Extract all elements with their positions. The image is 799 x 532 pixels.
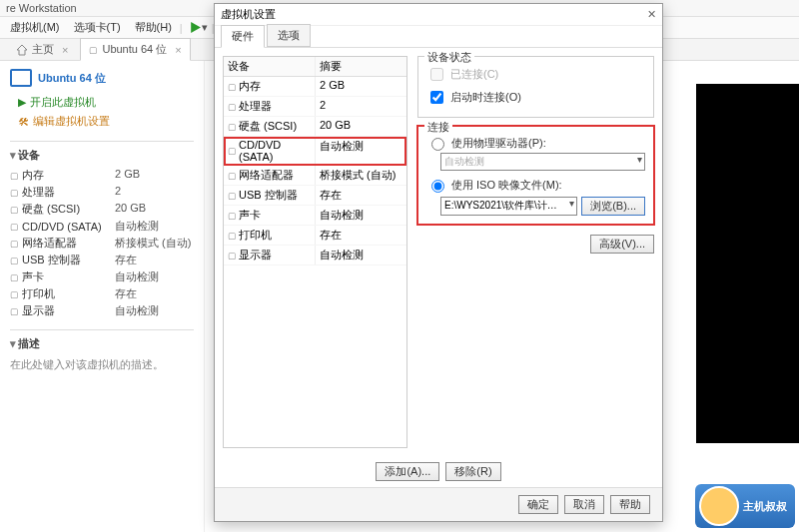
watermark-badge: 主机叔叔: [695, 484, 795, 528]
device-name: 声卡: [22, 269, 44, 284]
device-row[interactable]: ▢硬盘 (SCSI)20 GB: [10, 201, 194, 218]
hw-name: USB 控制器: [239, 188, 298, 203]
device-icon: ▢: [228, 191, 237, 201]
help-button[interactable]: 帮助: [610, 495, 650, 514]
vm-settings-dialog: 虚拟机设置 ✕ 硬件 选项 设备 摘要 ▢内存2 GB▢处理器2▢硬盘 (SCS…: [214, 3, 663, 522]
close-icon[interactable]: ×: [62, 44, 68, 56]
device-name: 显示器: [22, 303, 55, 318]
edit-settings-label: 编辑虚拟机设置: [33, 114, 110, 129]
dialog-tab-options[interactable]: 选项: [267, 24, 311, 47]
hardware-row[interactable]: ▢内存2 GB: [224, 77, 406, 97]
power-on-icon[interactable]: ▾: [189, 21, 208, 34]
device-name: 网络适配器: [22, 236, 77, 251]
iso-path-combo[interactable]: E:\WYS2021\软件库\计算机\L: [440, 197, 577, 216]
tab-ubuntu-label: Ubuntu 64 位: [102, 42, 167, 57]
device-icon: ▢: [10, 222, 19, 232]
dialog-tab-hardware[interactable]: 硬件: [221, 25, 265, 48]
device-summary: 2: [115, 185, 121, 200]
device-row[interactable]: ▢USB 控制器存在: [10, 252, 194, 268]
device-icon: ▢: [228, 171, 237, 181]
hardware-row[interactable]: ▢打印机存在: [224, 226, 406, 246]
hardware-row[interactable]: ▢CD/DVD (SATA)自动检测: [224, 137, 406, 166]
collapse-icon: ▾: [10, 149, 16, 162]
device-row[interactable]: ▢网络适配器桥接模式 (自动): [10, 235, 194, 252]
wrench-icon: 🛠: [18, 116, 29, 128]
devices-header[interactable]: ▾ 设备: [10, 148, 194, 163]
device-row[interactable]: ▢声卡自动检测: [10, 268, 194, 285]
connection-group: 连接 使用物理驱动器(P): 自动检测 使用 ISO 映像文件(M): E:\W…: [417, 126, 654, 225]
hw-name: 内存: [239, 79, 261, 94]
group-label: 设备状态: [424, 50, 474, 65]
tab-home[interactable]: 主页 ×: [8, 39, 76, 60]
hw-name: 显示器: [239, 248, 272, 263]
hardware-row[interactable]: ▢显示器自动检测: [224, 246, 406, 266]
menu-vm[interactable]: 虚拟机(M): [4, 18, 66, 37]
device-row[interactable]: ▢处理器2: [10, 184, 194, 201]
hw-header-summary: 摘要: [316, 57, 406, 76]
device-icon: ▢: [10, 289, 19, 299]
hw-summary: 存在: [316, 226, 406, 245]
hardware-list: 设备 摘要 ▢内存2 GB▢处理器2▢硬盘 (SCSI)20 GB▢CD/DVD…: [223, 56, 407, 448]
device-row[interactable]: ▢CD/DVD (SATA)自动检测: [10, 218, 194, 235]
description-header[interactable]: ▾ 描述: [10, 336, 194, 351]
device-icon: ▢: [10, 171, 19, 181]
svg-marker-0: [191, 22, 201, 33]
device-summary: 自动检测: [115, 219, 159, 234]
device-icon: ▢: [10, 272, 19, 282]
remove-hardware-button[interactable]: 移除(R): [445, 462, 500, 481]
device-row[interactable]: ▢内存2 GB: [10, 167, 194, 184]
add-hardware-button[interactable]: 添加(A)...: [376, 462, 439, 481]
hw-summary: 自动检测: [316, 137, 406, 165]
device-row[interactable]: ▢打印机存在: [10, 285, 194, 302]
device-summary: 自动检测: [115, 303, 159, 318]
vm-title: Ubuntu 64 位: [10, 69, 194, 87]
hardware-row[interactable]: ▢声卡自动检测: [224, 206, 406, 226]
edit-settings-link[interactable]: 🛠 编辑虚拟机设置: [10, 112, 194, 131]
power-on-link[interactable]: ▶ 开启此虚拟机: [10, 93, 194, 112]
hardware-row[interactable]: ▢硬盘 (SCSI)20 GB: [224, 117, 406, 137]
cancel-button[interactable]: 取消: [564, 495, 604, 514]
tab-home-label: 主页: [32, 42, 54, 57]
power-on-label: 开启此虚拟机: [30, 95, 96, 110]
device-name: 硬盘 (SCSI): [22, 202, 80, 217]
device-row[interactable]: ▢显示器自动检测: [10, 302, 194, 319]
collapse-icon: ▾: [10, 337, 16, 350]
device-summary: 20 GB: [115, 202, 146, 217]
menu-sep: |: [180, 22, 183, 34]
close-icon[interactable]: ×: [175, 44, 181, 56]
device-icon: ▢: [228, 211, 237, 221]
dialog-close-icon[interactable]: ✕: [647, 8, 656, 21]
device-name: 打印机: [22, 286, 55, 301]
description-placeholder[interactable]: 在此处键入对该虚拟机的描述。: [10, 355, 194, 374]
ok-button[interactable]: 确定: [518, 495, 558, 514]
tab-ubuntu[interactable]: ▢ Ubuntu 64 位 ×: [80, 38, 190, 61]
app-title: re Workstation: [6, 2, 77, 14]
connect-at-poweron-checkbox[interactable]: 启动时连接(O): [426, 86, 645, 109]
hw-name: 硬盘 (SCSI): [239, 119, 297, 134]
hw-name: CD/DVD (SATA): [239, 139, 311, 163]
hardware-row[interactable]: ▢网络适配器桥接模式 (自动): [224, 166, 406, 186]
monitor-icon: [10, 69, 32, 87]
device-name: 处理器: [22, 185, 55, 200]
browse-button[interactable]: 浏览(B)...: [581, 197, 645, 216]
advanced-button[interactable]: 高级(V)...: [590, 235, 654, 254]
use-iso-radio[interactable]: 使用 ISO 映像文件(M):: [426, 175, 645, 195]
menu-tabs[interactable]: 选项卡(T): [68, 18, 127, 37]
hw-summary: 20 GB: [316, 117, 406, 136]
device-icon: ▢: [10, 256, 19, 266]
device-icon: ▢: [228, 251, 237, 261]
device-name: CD/DVD (SATA): [22, 221, 102, 233]
group-label: 连接: [424, 120, 452, 135]
device-icon: ▢: [228, 82, 237, 92]
use-physical-radio[interactable]: 使用物理驱动器(P):: [426, 133, 645, 153]
hw-summary: 存在: [316, 186, 406, 205]
hardware-row[interactable]: ▢USB 控制器存在: [224, 186, 406, 206]
device-name: 内存: [22, 168, 44, 183]
menu-help[interactable]: 帮助(H): [129, 18, 178, 37]
home-icon: [16, 44, 28, 56]
device-icon: ▢: [10, 205, 19, 215]
connected-checkbox: 已连接(C): [426, 63, 645, 86]
hardware-row[interactable]: ▢处理器2: [224, 97, 406, 117]
device-summary: 自动检测: [115, 269, 159, 284]
hw-name: 网络适配器: [239, 168, 294, 183]
